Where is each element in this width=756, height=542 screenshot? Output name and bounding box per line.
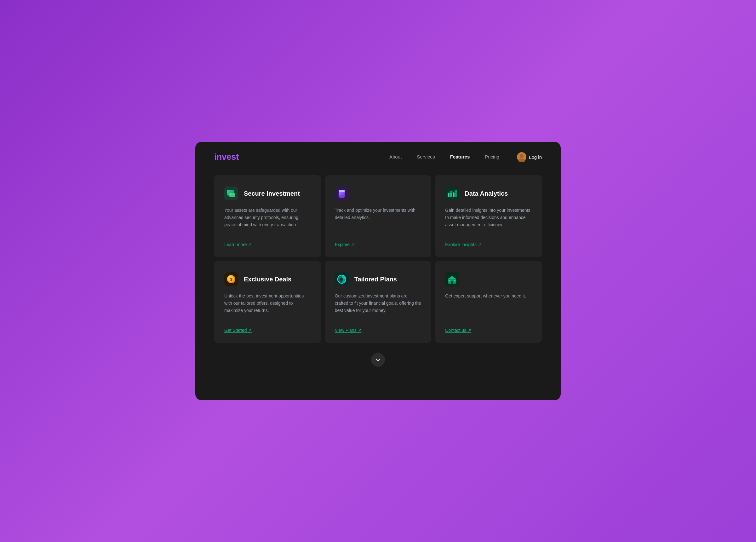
card-desc-plans: Our customized investment plans are craf… [335,293,421,319]
avatar-icon [517,152,526,162]
card-desc-deals: Unlock the best investment opportunities… [224,293,311,319]
card-expert-support: Get expert support whenever you need it.… [435,261,542,343]
coin-orange-icon: $ [224,272,238,286]
view-plans-link[interactable]: View Plans ↗ [335,328,421,333]
learn-more-link[interactable]: Learn more ↗ [224,242,311,247]
svg-rect-33 [449,280,450,282]
app-window: invest About Services Features Pricing L… [195,142,561,400]
card-desc-analytics: Gain detailed insights into your investm… [445,207,532,233]
card-tailored-plans: Tailored Plans Our customized investment… [325,261,432,343]
nav-item-services[interactable]: Services [417,154,435,160]
nav-links: About Services Features Pricing [389,154,499,160]
svg-point-26 [340,278,343,281]
logo[interactable]: invest [214,152,239,162]
card-title-analytics: Data Analytics [465,190,508,197]
card-desc-track: Track and optimize your investments with… [335,207,421,233]
card-secure-investment: Secure Investment Your assets are safegu… [214,175,321,257]
card-title-deals: Exclusive Deals [244,276,291,283]
svg-rect-32 [451,281,453,284]
card-header: Tailored Plans [335,272,421,286]
svg-rect-7 [229,193,235,197]
card-title-secure: Secure Investment [244,190,300,197]
explore-link[interactable]: Explore ↗ [335,242,421,247]
cylinder-purple-icon [335,186,349,200]
nav-item-features[interactable]: Features [450,154,470,160]
chevron-down-icon [375,357,381,363]
navbar: invest About Services Features Pricing L… [195,142,561,172]
store-green-icon [445,272,459,286]
card-title-plans: Tailored Plans [354,276,397,283]
pie-chart-teal-icon [335,272,349,286]
scroll-down-button[interactable] [371,353,385,367]
features-grid: Secure Investment Your assets are safegu… [195,175,561,343]
card-header: Data Analytics [445,186,532,200]
card-header [335,186,421,200]
nav-item-pricing[interactable]: Pricing [485,154,499,160]
card-desc-secure: Your assets are safeguarded with our adv… [224,207,311,233]
svg-rect-14 [448,193,450,197]
chat-bubble-green-icon [224,186,238,200]
svg-rect-17 [455,190,457,197]
svg-text:$: $ [230,277,232,282]
svg-point-11 [339,195,345,198]
card-header: Secure Investment [224,186,311,200]
login-label: Log in [529,154,542,160]
explore-insights-link[interactable]: Explore Insights ↗ [445,242,532,247]
bar-chart-green-icon [445,186,459,200]
card-header [445,272,532,286]
card-desc-support: Get expert support whenever you need it. [445,293,532,319]
svg-rect-16 [453,192,455,197]
login-button[interactable]: Log in [517,152,542,162]
svg-rect-34 [454,280,455,282]
svg-point-12 [339,190,345,192]
get-started-link[interactable]: Get Started ↗ [224,328,311,333]
card-header: $ Exclusive Deals [224,272,311,286]
contact-us-link[interactable]: Contact us ↗ [445,328,532,333]
svg-point-1 [520,154,524,158]
card-exclusive-deals: $ Exclusive Deals Unlock the best invest… [214,261,321,343]
card-data-analytics: Data Analytics Gain detailed insights in… [435,175,542,257]
nav-item-about[interactable]: About [389,154,402,160]
card-track-optimize: Track and optimize your investments with… [325,175,432,257]
